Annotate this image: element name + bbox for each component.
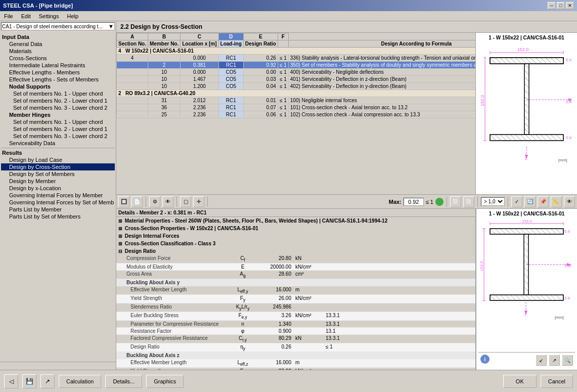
toolbar-btn-eye[interactable]: 👁 xyxy=(564,196,575,207)
toolbar-btn-robot2[interactable]: ⬜ xyxy=(463,196,474,207)
sidebar-item-design-x-location[interactable]: Design by x-Location xyxy=(1,185,115,192)
sidebar-dropdown[interactable]: CA1 - Design of steel members according … xyxy=(1,22,115,30)
menu-file[interactable]: File xyxy=(2,13,15,20)
graphics-button[interactable]: Graphics xyxy=(146,375,184,388)
nav-export-button[interactable]: ↗ xyxy=(40,374,55,388)
nav-save-button[interactable]: 💾 xyxy=(22,374,36,388)
col-header-d: D xyxy=(218,33,243,40)
close-button[interactable]: ✕ xyxy=(566,2,574,9)
cell-loading: RC1 xyxy=(218,62,243,69)
details-button[interactable]: Details... xyxy=(105,375,142,388)
bottom-bar: ◁ 💾 ↗ Calculation Details... Graphics OK… xyxy=(0,370,577,392)
expand-icon-material: ⊞ xyxy=(118,219,122,224)
toolbar-btn-diagram[interactable]: 📐 xyxy=(551,196,562,207)
detail-symbol-yield-y: Fy xyxy=(228,295,258,303)
info-icon[interactable]: i xyxy=(480,355,490,364)
nav-prev-button[interactable]: ◁ xyxy=(4,374,18,388)
table-row-selected[interactable]: 2 0.381 RC1 0.92 ≤ 1 350) Set of members… xyxy=(117,62,476,69)
toolbar-btn-view[interactable]: 👁 xyxy=(162,196,173,207)
sidebar-item-hinge-3[interactable]: Set of members No. 3 - Lower chord 2 xyxy=(1,133,115,140)
sidebar-item-member-hinges: Member Hinges xyxy=(1,111,115,118)
sidebar-item-design-cross-section[interactable]: Design by Cross-Section xyxy=(1,163,115,170)
cell-formula: 336) Stability analysis - Lateral-torsio… xyxy=(288,55,476,62)
toolbar-btn-print[interactable]: 📄 xyxy=(131,196,143,207)
detail-row-euler-y: Euler Buckling Stress Fe,y 3.26 kN/cm² 1… xyxy=(116,312,475,321)
menu-settings[interactable]: Settings xyxy=(37,13,61,20)
table-row[interactable]: 31 2.012 RC1 0.01 ≤ 1 100) Negligible in… xyxy=(117,97,476,104)
cell-ratio: 0.06 xyxy=(243,111,278,118)
table-row[interactable]: 10 1.467 CO5 0.03 ≤ 1 401) Serviceabilit… xyxy=(117,76,476,83)
cell-formula: 101) Cross-section check - Axial tension… xyxy=(288,104,476,111)
sidebar-item-governing-member[interactable]: Governing Internal Forces by Member xyxy=(1,192,115,199)
group-row-section2: 2 RO 89x3.2 | CAN/CSA-G40.20 xyxy=(117,90,476,97)
sidebar-item-lateral-restraints[interactable]: Intermediate Lateral Restraints xyxy=(1,62,115,69)
sidebar-item-design-member[interactable]: Design by Member xyxy=(1,178,115,185)
detail-row-resist-factor: Resistance Factor φ 0.900 13.1 xyxy=(116,328,475,335)
toolbar-btn-zoom-in[interactable]: ⚙ xyxy=(149,196,160,207)
sidebar-item-serviceability[interactable]: Serviceability Data xyxy=(1,140,115,147)
cell-leq: ≤ 1 xyxy=(278,69,288,76)
section-title: 2.2 Design by Cross-Section xyxy=(116,21,577,33)
sidebar-item-nodal-1[interactable]: Set of members No. 1 - Upper chord xyxy=(1,90,115,97)
expand-icon-design: ⊟ xyxy=(118,249,122,254)
table-row[interactable]: 25 2.236 RC1 0.06 ≤ 1 102) Cross-section… xyxy=(117,111,476,118)
details-section-internal[interactable]: ⊞ Design Internal Forces xyxy=(116,232,475,240)
table-row[interactable]: 10 1.200 CO5 0.04 ≤ 1 402) Serviceabilit… xyxy=(117,83,476,90)
separator3 xyxy=(207,197,208,207)
threshold-select[interactable]: > 1,0 xyxy=(481,197,505,206)
sidebar: CA1 - Design of steel members according … xyxy=(0,21,116,370)
details-section-material[interactable]: ⊞ Material Properties - Steel 260W (Plat… xyxy=(116,217,475,225)
ok-button[interactable]: OK xyxy=(503,375,537,388)
detail-ref-buckling-y xyxy=(324,279,328,286)
max-label: Max: xyxy=(389,199,402,205)
details-section-design-ratio[interactable]: ⊟ Design Ratio xyxy=(116,247,475,255)
cancel-button[interactable]: Cancel xyxy=(541,375,573,388)
details-section-cross[interactable]: ⊞ Cross-Section Properties - W 150x22 | … xyxy=(116,225,475,232)
minimize-button[interactable]: ─ xyxy=(548,2,556,9)
sidebar-item-materials[interactable]: Materials xyxy=(1,48,115,55)
sidebar-item-hinge-1[interactable]: Set of members No. 1 - Upper chord xyxy=(1,118,115,125)
sidebar-item-nodal-2[interactable]: Set of members No. 2 - Lower chord 1 xyxy=(1,97,115,104)
detail-label-ratio-y: Design Ratio xyxy=(116,343,228,352)
sidebar-item-eff-lengths-members[interactable]: Effective Lengths - Members xyxy=(1,69,115,76)
cell-ratio: 0.07 xyxy=(243,104,278,111)
table-row[interactable]: 10 0.000 CO5 0.00 ≤ 1 400) Serviceabilit… xyxy=(117,69,476,76)
detail-row-eff-length-y: Effective Member Length Leff,y 16.000 m xyxy=(116,286,475,295)
sidebar-item-nodal-3[interactable]: Set of members No. 3 - Lower chord 2 xyxy=(1,104,115,111)
sidebar-item-hinge-2[interactable]: Set of members No. 2 - Lower chord 1 xyxy=(1,125,115,133)
sidebar-item-governing-set[interactable]: Governing Internal Forces by Set of Memb xyxy=(1,199,115,206)
sidebar-item-eff-lengths-sets[interactable]: Effective Lengths - Sets of Members xyxy=(1,76,115,83)
group-label-section4: 4 W 150x22 | CAN/CSA-S16-01 xyxy=(117,48,476,55)
sidebar-item-cross-sections[interactable]: Cross-Sections xyxy=(1,55,115,62)
details-section-classification[interactable]: ⊞ Cross-Section Classification - Class 3 xyxy=(116,240,475,247)
svg-text:6.6: 6.6 xyxy=(564,229,570,234)
maximize-button[interactable]: □ xyxy=(557,2,565,9)
cs-zoom-button[interactable]: 🔍 xyxy=(562,355,573,366)
detail-value-euler-y: 3.26 xyxy=(258,312,293,320)
menu-edit[interactable]: Edit xyxy=(19,13,33,20)
sidebar-item-general-data[interactable]: General Data xyxy=(1,40,115,48)
toolbar-btn-check1[interactable]: ✓ xyxy=(511,196,522,207)
toolbar-btn-filter[interactable]: 🔲 xyxy=(118,196,129,207)
sidebar-item-design-set-members[interactable]: Design by Set of Members xyxy=(1,170,115,178)
detail-value-cr-y: 80.29 xyxy=(258,335,293,343)
toolbar-btn-check2[interactable]: 🔄 xyxy=(524,196,536,207)
sidebar-item-parts-list-set[interactable]: Parts List by Set of Members xyxy=(1,213,115,220)
menu-help[interactable]: Help xyxy=(65,13,80,20)
table-row[interactable]: 4 0.000 RC1 0.26 ≤ 1 336) Stability anal… xyxy=(117,55,476,62)
menu-bar: File Edit Settings Help xyxy=(0,11,577,21)
toolbar-btn-pin[interactable]: 📌 xyxy=(538,196,549,207)
cs-prev-button[interactable]: ↙ xyxy=(536,355,547,366)
toolbar-btn-robot1[interactable]: ⬜ xyxy=(450,196,461,207)
cs-next-button[interactable]: ↗ xyxy=(549,355,560,366)
toolbar-btn-cross[interactable]: ✛ xyxy=(193,196,204,207)
expand-icon-internal: ⊞ xyxy=(118,234,122,239)
sidebar-item-parts-list-member[interactable]: Parts List by Member xyxy=(1,206,115,213)
sidebar-item-design-load-case[interactable]: Design by Load Case xyxy=(1,156,115,163)
detail-ref-euler-y: 13.3.1 xyxy=(324,312,342,320)
detail-row-cr-y: Factored Compressive Resistance Cr,y 80.… xyxy=(116,335,475,343)
toolbar-btn-select[interactable]: ▢ xyxy=(180,196,191,207)
calculation-button[interactable]: Calculation xyxy=(59,375,101,388)
detail-ref-slender-y xyxy=(324,303,328,312)
table-row[interactable]: 36 2.236 RC1 0.07 ≤ 1 101) Cross-section… xyxy=(117,104,476,111)
